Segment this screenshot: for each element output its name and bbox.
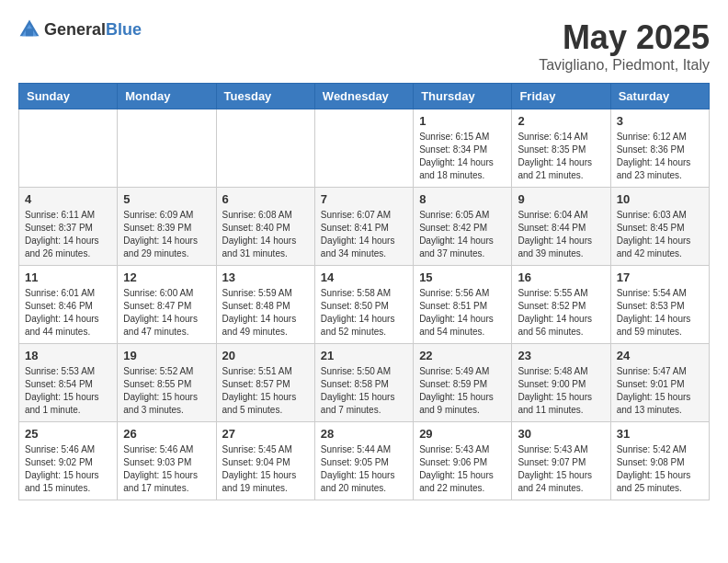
day-number: 7	[321, 192, 407, 206]
day-header-sunday: Sunday	[19, 84, 118, 109]
day-number: 17	[617, 270, 703, 284]
calendar-cell: 27Sunrise: 5:45 AM Sunset: 9:04 PM Dayli…	[216, 422, 314, 500]
calendar-cell: 17Sunrise: 5:54 AM Sunset: 8:53 PM Dayli…	[610, 266, 709, 344]
calendar-cell: 26Sunrise: 5:46 AM Sunset: 9:03 PM Dayli…	[118, 422, 216, 500]
calendar-body: 1Sunrise: 6:15 AM Sunset: 8:34 PM Daylig…	[19, 109, 710, 500]
location-title: Tavigliano, Piedmont, Italy	[539, 57, 710, 74]
day-info: Sunrise: 6:14 AM Sunset: 8:35 PM Dayligh…	[518, 131, 604, 182]
calendar-cell: 21Sunrise: 5:50 AM Sunset: 8:58 PM Dayli…	[314, 344, 413, 422]
day-number: 30	[518, 427, 604, 441]
day-info: Sunrise: 6:07 AM Sunset: 8:41 PM Dayligh…	[321, 209, 407, 260]
day-header-thursday: Thursday	[414, 84, 512, 109]
day-number: 6	[222, 192, 309, 206]
calendar-cell: 22Sunrise: 5:49 AM Sunset: 8:59 PM Dayli…	[414, 344, 512, 422]
day-info: Sunrise: 5:54 AM Sunset: 8:53 PM Dayligh…	[617, 287, 703, 339]
day-info: Sunrise: 5:45 AM Sunset: 9:04 PM Dayligh…	[222, 443, 309, 495]
day-number: 3	[617, 114, 703, 128]
day-info: Sunrise: 5:44 AM Sunset: 9:05 PM Dayligh…	[321, 443, 407, 495]
day-number: 15	[419, 270, 506, 284]
calendar-cell: 12Sunrise: 6:00 AM Sunset: 8:47 PM Dayli…	[118, 266, 216, 344]
day-info: Sunrise: 6:09 AM Sunset: 8:39 PM Dayligh…	[123, 209, 210, 260]
day-info: Sunrise: 5:55 AM Sunset: 8:52 PM Dayligh…	[518, 287, 604, 339]
calendar-cell	[19, 109, 118, 188]
calendar-cell: 4Sunrise: 6:11 AM Sunset: 8:37 PM Daylig…	[19, 188, 118, 266]
calendar-cell: 7Sunrise: 6:07 AM Sunset: 8:41 PM Daylig…	[314, 188, 413, 266]
logo-general: General	[44, 20, 106, 39]
calendar-cell: 13Sunrise: 5:59 AM Sunset: 8:48 PM Dayli…	[216, 266, 314, 344]
day-number: 8	[419, 192, 506, 206]
day-info: Sunrise: 5:48 AM Sunset: 9:00 PM Dayligh…	[518, 365, 604, 417]
day-info: Sunrise: 5:43 AM Sunset: 9:07 PM Dayligh…	[518, 443, 604, 495]
day-number: 21	[321, 349, 407, 362]
day-info: Sunrise: 6:04 AM Sunset: 8:44 PM Dayligh…	[518, 209, 604, 260]
day-number: 2	[518, 114, 604, 128]
day-info: Sunrise: 5:53 AM Sunset: 8:54 PM Dayligh…	[25, 365, 111, 417]
title-block: May 2025 Tavigliano, Piedmont, Italy	[539, 18, 710, 74]
day-number: 23	[518, 349, 604, 362]
svg-rect-2	[26, 29, 33, 36]
calendar-cell: 1Sunrise: 6:15 AM Sunset: 8:34 PM Daylig…	[414, 109, 512, 188]
day-header-monday: Monday	[118, 84, 216, 109]
calendar-cell: 6Sunrise: 6:08 AM Sunset: 8:40 PM Daylig…	[216, 188, 314, 266]
calendar-cell	[314, 109, 413, 188]
calendar-cell: 20Sunrise: 5:51 AM Sunset: 8:57 PM Dayli…	[216, 344, 314, 422]
day-number: 1	[419, 114, 506, 128]
day-number: 19	[123, 349, 210, 362]
calendar-cell: 15Sunrise: 5:56 AM Sunset: 8:51 PM Dayli…	[414, 266, 512, 344]
week-row-4: 25Sunrise: 5:46 AM Sunset: 9:02 PM Dayli…	[19, 422, 710, 500]
day-number: 9	[518, 192, 604, 206]
day-header-friday: Friday	[512, 84, 610, 109]
day-info: Sunrise: 5:46 AM Sunset: 9:02 PM Dayligh…	[25, 443, 111, 495]
day-number: 25	[25, 427, 111, 441]
calendar-cell: 10Sunrise: 6:03 AM Sunset: 8:45 PM Dayli…	[610, 188, 709, 266]
week-row-0: 1Sunrise: 6:15 AM Sunset: 8:34 PM Daylig…	[19, 109, 710, 188]
calendar-cell: 31Sunrise: 5:42 AM Sunset: 9:08 PM Dayli…	[610, 422, 709, 500]
day-info: Sunrise: 5:50 AM Sunset: 8:58 PM Dayligh…	[321, 365, 407, 417]
calendar-cell: 28Sunrise: 5:44 AM Sunset: 9:05 PM Dayli…	[314, 422, 413, 500]
day-info: Sunrise: 5:49 AM Sunset: 8:59 PM Dayligh…	[419, 365, 506, 417]
calendar-cell: 11Sunrise: 6:01 AM Sunset: 8:46 PM Dayli…	[19, 266, 118, 344]
day-number: 11	[25, 270, 111, 284]
calendar-cell: 14Sunrise: 5:58 AM Sunset: 8:50 PM Dayli…	[314, 266, 413, 344]
calendar-cell: 16Sunrise: 5:55 AM Sunset: 8:52 PM Dayli…	[512, 266, 610, 344]
day-info: Sunrise: 5:46 AM Sunset: 9:03 PM Dayligh…	[123, 443, 210, 495]
calendar-cell: 2Sunrise: 6:14 AM Sunset: 8:35 PM Daylig…	[512, 109, 610, 188]
day-info: Sunrise: 6:00 AM Sunset: 8:47 PM Dayligh…	[123, 287, 210, 339]
calendar-cell	[216, 109, 314, 188]
day-number: 27	[222, 427, 309, 441]
calendar-cell: 19Sunrise: 5:52 AM Sunset: 8:55 PM Dayli…	[118, 344, 216, 422]
day-number: 14	[321, 270, 407, 284]
day-info: Sunrise: 5:43 AM Sunset: 9:06 PM Dayligh…	[419, 443, 506, 495]
day-info: Sunrise: 6:03 AM Sunset: 8:45 PM Dayligh…	[617, 209, 703, 260]
week-row-1: 4Sunrise: 6:11 AM Sunset: 8:37 PM Daylig…	[19, 188, 710, 266]
logo-blue: Blue	[106, 20, 142, 39]
week-row-3: 18Sunrise: 5:53 AM Sunset: 8:54 PM Dayli…	[19, 344, 710, 422]
day-header-wednesday: Wednesday	[314, 84, 413, 109]
day-info: Sunrise: 5:51 AM Sunset: 8:57 PM Dayligh…	[222, 365, 309, 417]
calendar-cell: 8Sunrise: 6:05 AM Sunset: 8:42 PM Daylig…	[414, 188, 512, 266]
day-number: 29	[419, 427, 506, 441]
day-header-tuesday: Tuesday	[216, 84, 314, 109]
day-info: Sunrise: 6:11 AM Sunset: 8:37 PM Dayligh…	[25, 209, 111, 260]
calendar-cell: 25Sunrise: 5:46 AM Sunset: 9:02 PM Dayli…	[19, 422, 118, 500]
day-number: 18	[25, 349, 111, 362]
day-number: 31	[617, 427, 703, 441]
day-info: Sunrise: 5:59 AM Sunset: 8:48 PM Dayligh…	[222, 287, 309, 339]
day-info: Sunrise: 5:42 AM Sunset: 9:08 PM Dayligh…	[617, 443, 703, 495]
calendar-cell: 9Sunrise: 6:04 AM Sunset: 8:44 PM Daylig…	[512, 188, 610, 266]
day-info: Sunrise: 6:05 AM Sunset: 8:42 PM Dayligh…	[419, 209, 506, 260]
day-info: Sunrise: 5:58 AM Sunset: 8:50 PM Dayligh…	[321, 287, 407, 339]
day-number: 28	[321, 427, 407, 441]
day-number: 20	[222, 349, 309, 362]
day-header-saturday: Saturday	[610, 84, 709, 109]
day-number: 26	[123, 427, 210, 441]
calendar: SundayMondayTuesdayWednesdayThursdayFrid…	[18, 83, 710, 500]
day-number: 4	[25, 192, 111, 206]
day-info: Sunrise: 5:47 AM Sunset: 9:01 PM Dayligh…	[617, 365, 703, 417]
day-number: 12	[123, 270, 210, 284]
calendar-cell: 29Sunrise: 5:43 AM Sunset: 9:06 PM Dayli…	[414, 422, 512, 500]
day-info: Sunrise: 5:56 AM Sunset: 8:51 PM Dayligh…	[419, 287, 506, 339]
logo: GeneralBlue	[18, 18, 142, 40]
day-info: Sunrise: 6:15 AM Sunset: 8:34 PM Dayligh…	[419, 131, 506, 182]
month-title: May 2025	[539, 18, 710, 57]
